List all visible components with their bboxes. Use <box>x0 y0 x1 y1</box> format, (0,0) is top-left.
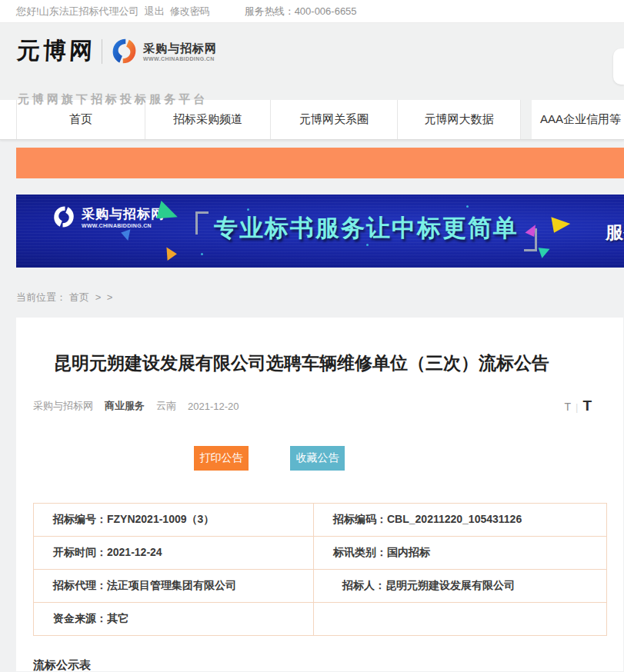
funding-source-cell: 资金来源：其它 <box>34 603 314 636</box>
service-hotline: 服务热线：400-006-6655 <box>245 5 357 18</box>
banner-site-name: 采购与招标网 <box>82 205 165 223</box>
font-size-controls: T | T <box>564 398 592 414</box>
breadcrumb-separator: > <box>95 291 102 303</box>
breadcrumb: 当前位置：首页 > > <box>16 291 624 304</box>
table-row: 资金来源：其它 <box>34 603 607 636</box>
empty-cell <box>314 603 607 636</box>
ad-banner[interactable]: 采购与招标网 WWW.CHINABIDDING.CN 专业标书服务让中标更简单 … <box>16 195 624 268</box>
dot-icon <box>201 253 203 255</box>
triangle-orange-icon <box>161 245 177 261</box>
dot-icon <box>366 244 369 246</box>
site-url: WWW.CHINABIDDING.CN <box>143 56 217 62</box>
font-controls-divider: | <box>576 401 578 413</box>
site-tagline: 元博网旗下招标投标服务平台 <box>18 92 208 107</box>
breadcrumb-home-link[interactable]: 首页 <box>69 291 89 303</box>
favorite-announcement-button[interactable]: 收藏公告 <box>290 446 345 471</box>
change-password-link[interactable]: 修改密码 <box>170 5 210 18</box>
promo-strip[interactable] <box>16 148 624 178</box>
site-header: 元博网 采购与招标网 WWW.CHINABIDDING.CN 元博网旗下招标投标… <box>0 23 624 100</box>
triangle-teal-icon <box>537 248 549 258</box>
table-row: 开标时间：2021-12-24 标讯类别：国内招标 <box>34 537 607 570</box>
agency-cell: 招标代理：法正项目管理集团有限公司 <box>34 570 314 603</box>
meta-date: 2021-12-20 <box>188 401 239 412</box>
font-size-large-button[interactable]: T <box>582 398 592 414</box>
table-row: 招标编号：FZYN2021-1009（3） 招标编码：CBL_20211220_… <box>34 504 607 537</box>
banner-site-url: WWW.CHINABIDDING.CN <box>82 223 165 228</box>
chinabidding-logo-white-icon <box>52 205 75 228</box>
breadcrumb-prefix: 当前位置： <box>16 291 66 303</box>
action-buttons: 打印公告 收藏公告 <box>33 446 607 471</box>
banner-logo: 采购与招标网 WWW.CHINABIDDING.CN <box>52 205 165 228</box>
bid-number-cell: 招标编号：FZYN2021-1009（3） <box>34 504 314 537</box>
print-announcement-button[interactable]: 打印公告 <box>194 446 249 471</box>
nav-gap <box>521 100 532 139</box>
font-size-small-button[interactable]: T <box>564 401 571 413</box>
side-floating-panel[interactable] <box>613 48 624 85</box>
nav-item-relation-circle[interactable]: 元博网关系圈 <box>271 100 398 139</box>
tenderer-cell: 招标人：昆明元朔建设发展有限公司 <box>314 570 607 603</box>
site-title-block: 采购与招标网 WWW.CHINABIDDING.CN <box>143 42 217 62</box>
nav-spacer <box>0 100 17 139</box>
triangle-yellow-icon <box>551 214 571 233</box>
open-time-cell: 开标时间：2021-12-24 <box>34 537 314 570</box>
site-logo[interactable]: 元博网 采购与招标网 WWW.CHINABIDDING.CN <box>17 35 217 67</box>
nav-item-credit-rating[interactable]: AAA企业信用等 <box>532 100 624 139</box>
bid-code-cell: 招标编码：CBL_20211220_105431126 <box>314 504 607 537</box>
bracket-topleft-icon <box>195 211 209 235</box>
announcement-meta: 采购与招标网 商业服务 云南 2021-12-20 T | T <box>33 398 607 414</box>
triangle-blue-icon <box>121 229 134 242</box>
dot-icon <box>466 205 469 208</box>
meta-region: 云南 <box>156 399 176 413</box>
user-greeting: 您好!山东法正招标代理公司 <box>16 5 139 18</box>
top-utility-bar: 您好!山东法正招标代理公司 退出 修改密码 服务热线：400-006-6655 <box>0 0 624 23</box>
logout-link[interactable]: 退出 <box>145 5 165 18</box>
site-name: 采购与招标网 <box>143 42 217 56</box>
yuanbo-brand-text: 元博网 <box>16 35 96 67</box>
chinabidding-logo-icon <box>111 38 138 65</box>
nav-item-big-data[interactable]: 元博网大数据 <box>398 100 521 139</box>
meta-category: 商业服务 <box>105 399 145 413</box>
dot-icon <box>247 208 249 211</box>
announcement-card: 昆明元朔建设发展有限公司选聘车辆维修单位（三次）流标公告 采购与招标网 商业服务… <box>16 318 623 671</box>
announcement-title: 昆明元朔建设发展有限公司选聘车辆维修单位（三次）流标公告 <box>54 351 607 374</box>
table-row: 招标代理：法正项目管理集团有限公司 招标人：昆明元朔建设发展有限公司 <box>34 570 607 603</box>
section-title: 流标公示表 <box>33 658 607 671</box>
header-divider <box>102 39 102 64</box>
bid-type-cell: 标讯类别：国内招标 <box>314 537 607 570</box>
meta-source: 采购与招标网 <box>33 399 93 413</box>
breadcrumb-separator: > <box>107 291 113 303</box>
banner-right-text: 服务 <box>606 221 624 245</box>
banner-site-block: 采购与招标网 WWW.CHINABIDDING.CN <box>82 205 165 228</box>
bid-info-table: 招标编号：FZYN2021-1009（3） 招标编码：CBL_20211220_… <box>33 503 607 636</box>
